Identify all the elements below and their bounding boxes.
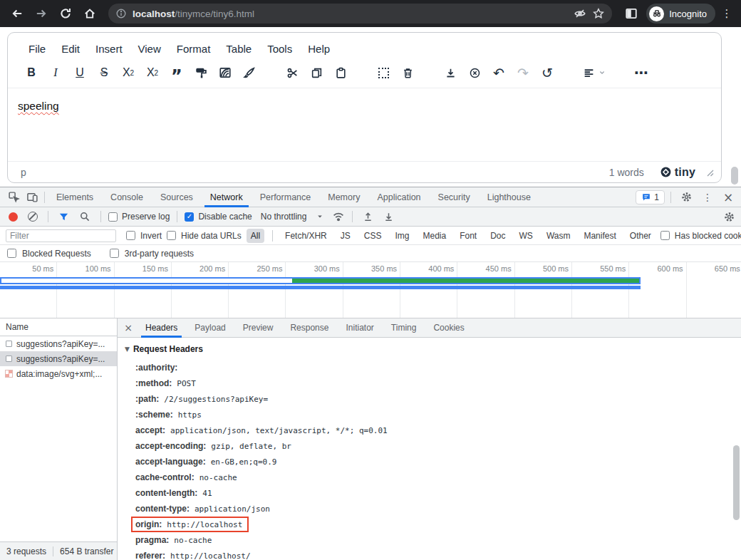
- fill-color-roller-button[interactable]: [189, 62, 213, 83]
- page-scrollbar[interactable]: [731, 167, 738, 185]
- eye-off-icon[interactable]: [574, 7, 586, 20]
- delete-button[interactable]: [395, 62, 420, 83]
- network-settings-icon[interactable]: [723, 211, 735, 223]
- tab-lighthouse[interactable]: Lighthouse: [479, 187, 539, 207]
- site-info-icon[interactable]: [115, 8, 127, 19]
- network-overview-timeline[interactable]: 50 ms 100 ms 150 ms 200 ms 250 ms 300 ms…: [0, 262, 741, 318]
- align-dropdown-button[interactable]: [578, 62, 611, 83]
- permanent-pen-button[interactable]: [237, 62, 261, 83]
- blockquote-button[interactable]: ”: [165, 62, 189, 83]
- devtools-settings-icon[interactable]: [677, 189, 695, 206]
- menu-table[interactable]: Table: [219, 40, 258, 58]
- tab-elements[interactable]: Elements: [48, 187, 102, 207]
- word-count[interactable]: 1 words: [609, 167, 644, 178]
- subscript-button[interactable]: X2: [116, 62, 140, 83]
- forward-icon[interactable]: [31, 4, 51, 24]
- devtools-menu-icon[interactable]: ⋮: [698, 189, 717, 206]
- filter-chip-css[interactable]: CSS: [360, 229, 386, 243]
- address-bar[interactable]: localhost/tinymce/tiny6.html: [108, 4, 612, 24]
- preserve-log-checkbox[interactable]: [108, 212, 118, 222]
- strikethrough-button[interactable]: S: [92, 62, 116, 83]
- blocked-requests-checkbox[interactable]: [7, 249, 16, 258]
- filter-chip-wasm[interactable]: Wasm: [542, 229, 575, 243]
- tab-memory[interactable]: Memory: [319, 187, 368, 207]
- tab-console[interactable]: Console: [102, 187, 152, 207]
- cancel-button[interactable]: [462, 62, 487, 83]
- detail-tab-response[interactable]: Response: [282, 318, 336, 338]
- detail-tab-initiator[interactable]: Initiator: [338, 318, 381, 338]
- more-toolbar-button[interactable]: ⋯: [629, 62, 653, 83]
- bold-button[interactable]: B: [19, 62, 43, 83]
- side-panel-icon[interactable]: [621, 7, 642, 20]
- menu-view[interactable]: View: [132, 40, 167, 58]
- export-download-button[interactable]: [438, 62, 462, 83]
- filter-chip-fetch-xhr[interactable]: Fetch/XHR: [281, 229, 331, 243]
- detail-tab-payload[interactable]: Payload: [187, 318, 233, 338]
- element-path[interactable]: p: [21, 167, 26, 178]
- hide-data-urls-checkbox[interactable]: [167, 231, 176, 240]
- third-party-checkbox[interactable]: [110, 249, 119, 258]
- record-icon[interactable]: [9, 212, 18, 222]
- filter-funnel-icon[interactable]: [58, 212, 69, 222]
- back-icon[interactable]: [7, 4, 27, 24]
- browser-menu-icon[interactable]: ⋮: [720, 7, 734, 20]
- device-toolbar-icon[interactable]: [23, 189, 41, 206]
- redo-button[interactable]: ↷: [511, 62, 535, 83]
- request-row-selected[interactable]: suggestions?apiKey=...: [0, 351, 117, 366]
- tab-performance[interactable]: Performance: [252, 187, 320, 207]
- underline-button[interactable]: U: [68, 62, 92, 83]
- picture-frame-button[interactable]: [213, 62, 237, 83]
- resize-handle-icon[interactable]: [705, 168, 714, 177]
- detail-tab-preview[interactable]: Preview: [235, 318, 281, 338]
- detail-scrollbar[interactable]: [733, 445, 740, 520]
- export-har-icon[interactable]: [383, 212, 394, 222]
- menu-help[interactable]: Help: [301, 40, 336, 58]
- home-icon[interactable]: [80, 4, 100, 24]
- issues-counter[interactable]: 1: [636, 190, 665, 204]
- select-all-button[interactable]: [371, 62, 395, 83]
- disable-cache-checkbox[interactable]: ✓: [185, 212, 194, 222]
- filter-chip-doc[interactable]: Doc: [486, 229, 509, 243]
- filter-chip-font[interactable]: Font: [455, 229, 481, 243]
- name-column-header[interactable]: Name: [0, 318, 117, 336]
- inspect-element-icon[interactable]: [4, 189, 23, 206]
- search-icon[interactable]: [79, 211, 90, 222]
- editor-content-area[interactable]: speeling: [8, 88, 721, 161]
- bookmark-star-icon[interactable]: [592, 7, 605, 20]
- collapse-caret-icon[interactable]: ▼: [125, 346, 130, 353]
- superscript-button[interactable]: X2: [140, 62, 165, 83]
- filter-chip-js[interactable]: JS: [336, 229, 355, 243]
- detail-tab-headers[interactable]: Headers: [138, 318, 185, 338]
- tab-sources[interactable]: Sources: [152, 187, 202, 207]
- invert-checkbox[interactable]: [126, 231, 135, 240]
- filter-chip-other[interactable]: Other: [626, 229, 656, 243]
- menu-edit[interactable]: Edit: [55, 40, 86, 58]
- undo-button[interactable]: ↶: [487, 62, 511, 83]
- misspelled-word[interactable]: speeling: [18, 100, 59, 112]
- tab-security[interactable]: Security: [430, 187, 479, 207]
- menu-format[interactable]: Format: [170, 40, 217, 58]
- request-row[interactable]: data:image/svg+xml;...: [0, 366, 117, 381]
- request-row[interactable]: suggestions?apiKey=...: [0, 336, 117, 351]
- italic-button[interactable]: I: [43, 62, 68, 83]
- menu-file[interactable]: File: [22, 40, 52, 58]
- detail-close-icon[interactable]: ×: [120, 322, 136, 333]
- cut-button[interactable]: [280, 62, 304, 83]
- paste-button[interactable]: [328, 62, 353, 83]
- request-headers-title[interactable]: ▼ Request Headers: [125, 344, 741, 354]
- clear-icon[interactable]: [28, 212, 38, 222]
- detail-tab-timing[interactable]: Timing: [383, 318, 425, 338]
- network-conditions-icon[interactable]: [332, 210, 345, 223]
- filter-chip-media[interactable]: Media: [418, 229, 450, 243]
- restore-draft-button[interactable]: ↺: [535, 62, 559, 83]
- tab-network[interactable]: Network: [202, 187, 252, 207]
- tiny-logo[interactable]: tiny: [660, 166, 695, 179]
- devtools-close-icon[interactable]: ×: [720, 190, 737, 204]
- filter-chip-manifest[interactable]: Manifest: [579, 229, 620, 243]
- reload-icon[interactable]: [56, 4, 76, 24]
- filter-input[interactable]: [6, 229, 116, 242]
- copy-button[interactable]: [304, 62, 328, 83]
- filter-chip-ws[interactable]: WS: [515, 229, 537, 243]
- throttling-select[interactable]: No throttling: [261, 212, 324, 222]
- filter-chip-all[interactable]: All: [247, 229, 264, 243]
